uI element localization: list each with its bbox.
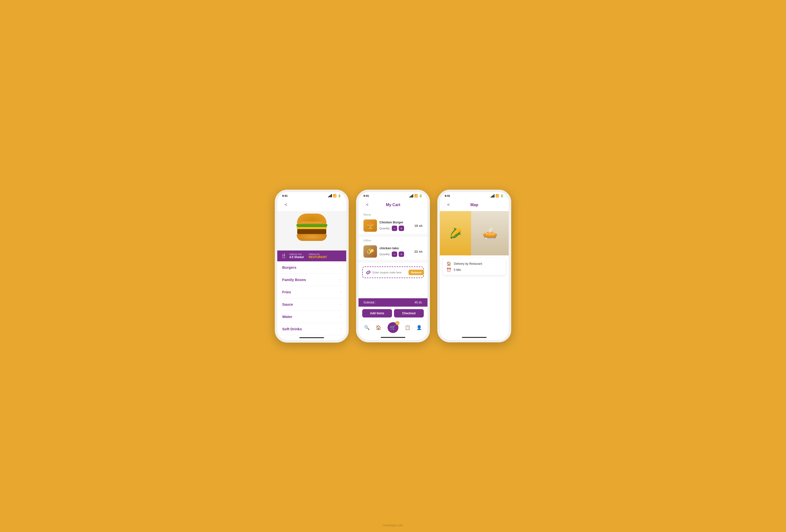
header-bar-2: < My Cart (359, 199, 427, 211)
back-button-3[interactable]: < (443, 200, 454, 210)
signal-icon-3 (491, 194, 494, 198)
chevron-icon: › (340, 265, 341, 269)
cart-badge: 0.0 (395, 321, 399, 325)
menu-item-label: Sauce (282, 302, 293, 306)
battery-icon-3: 🔋 (500, 194, 504, 198)
search-icon: 🔍 (364, 325, 370, 330)
menu-item-sauce[interactable]: Sauce › (277, 298, 346, 310)
nav-profile[interactable]: 👤 (416, 325, 422, 330)
header-bar-1: < (277, 199, 346, 211)
profile-icon: 👤 (416, 325, 422, 330)
menu-item-label: Soft Drinks (282, 327, 302, 331)
coupon-input[interactable] (373, 271, 407, 274)
time-2: 9:41 (364, 194, 369, 197)
food-right: 🥧 (471, 211, 509, 255)
delivery-bar: 🍴 Delivery Fee 4.5 Shekel Delivery by RE… (277, 251, 346, 261)
time-row: ⏰ 5 Min (446, 268, 502, 272)
cart-restaurant-label-1: Mazaj (359, 211, 427, 217)
battery-icon-2: 🔋 (419, 194, 422, 198)
delivery-fee-label: Delivery Fee (289, 253, 304, 255)
qty-decrease-1[interactable]: − (392, 226, 397, 231)
nav-cart-circle: 🛒 0.0 (388, 322, 398, 333)
menu-item-label: Burgers (282, 265, 297, 270)
delivery-info-card: 🏠 Delivery by Resturant ⏰ 5 Min (443, 258, 506, 275)
food-left: 🌽 (440, 211, 471, 255)
burger-image (293, 213, 330, 248)
cart-item-name-2: chicken tako (379, 246, 412, 250)
back-button-1[interactable]: < (281, 200, 291, 210)
cart-item-info-1: Chicken Burger Quantity: − + (379, 221, 412, 231)
home-icon: 🏠 (376, 325, 381, 330)
status-bar-2: 9:41 📶 🔋 (359, 192, 427, 199)
map-hero-food: 🌽 🥧 (440, 211, 509, 255)
chevron-icon: › (340, 302, 341, 306)
wifi-icon-3: 📶 (495, 194, 499, 198)
qty-increase-1[interactable]: + (399, 226, 404, 231)
section-divider-2 (359, 260, 427, 263)
food-image-area: 🌽 🥧 (440, 211, 509, 255)
add-items-button[interactable]: Add items (362, 309, 392, 318)
delivery-fee-value: 4.5 Shekel (289, 255, 304, 259)
subtotal-label: Subtotal : (364, 301, 376, 304)
qty-increase-2[interactable]: + (399, 252, 404, 257)
clock-icon: ⏰ (446, 268, 452, 272)
delivery-by-label: Delivery by (309, 253, 327, 255)
signal-icon (328, 194, 332, 197)
cart-section-mazaj: Mazaj 🍔 Chicken Burger Quantity: − + (359, 211, 427, 234)
checkout-button[interactable]: Checkout (394, 309, 424, 318)
time-3: 9:41 (445, 194, 450, 197)
cart-item-2: 🌮 chicken tako Quantity: − + 22 sh (359, 243, 427, 260)
nav-cart[interactable]: 🛒 0.0 (388, 322, 398, 333)
cart-restaurant-label-2: chilloo (359, 237, 427, 243)
bottom-nav: 🔍 🏠 🛒 0.0 📋 👤 (359, 320, 427, 335)
watermark: mostaqel.com (383, 524, 403, 527)
time-1: 9:41 (282, 194, 287, 197)
cart-scroll-area: Mazaj 🍔 Chicken Burger Quantity: − + (359, 211, 427, 298)
status-bar-3: 9:41 📶 🔋 (440, 192, 509, 199)
taco-thumb: 🌮 (364, 245, 377, 258)
cart-icon: 🛒 (390, 325, 396, 330)
cart-title: My Cart (372, 203, 414, 207)
nav-home[interactable]: 🏠 (376, 325, 381, 330)
orders-icon: 📋 (405, 325, 410, 330)
nav-search[interactable]: 🔍 (364, 325, 370, 330)
menu-item-label: Water (282, 315, 292, 319)
menu-item-label: Fries (282, 290, 291, 294)
burger-thumb: 🍔 (364, 219, 377, 232)
quantity-row-2: Quantity: − + (379, 252, 412, 257)
map-title: Map (454, 203, 495, 207)
menu-item-burgers[interactable]: Burgers › (277, 261, 346, 274)
qty-label-2: Quantity: (379, 253, 390, 256)
chevron-icon: › (340, 327, 341, 331)
home-indicator-1 (277, 335, 346, 340)
menu-list: Burgers › Family Boxes › Fries › Sauce ›… (277, 261, 346, 335)
cart-section-chilloo: chilloo 🌮 chicken tako Quantity: − + (359, 237, 427, 260)
cart-item-price-2: 22 sh (414, 250, 422, 253)
nav-orders[interactable]: 📋 (405, 325, 410, 330)
header-bar-3: < Map (440, 199, 509, 211)
delivery-by-row: 🏠 Delivery by Resturant (446, 261, 502, 266)
back-button-2[interactable]: < (362, 200, 372, 210)
qty-decrease-2[interactable]: − (392, 252, 397, 257)
battery-icon: 🔋 (338, 194, 341, 198)
subtotal-value: 40 sh. (414, 301, 422, 304)
menu-item-soft-drinks[interactable]: Soft Drinks › (277, 323, 346, 335)
cart-item-1: 🍔 Chicken Burger Quantity: − + 18 sh (359, 217, 427, 234)
wifi-icon: 📶 (333, 194, 337, 198)
quantity-row-1: Quantity: − + (379, 226, 412, 231)
chevron-icon: › (340, 315, 341, 319)
menu-item-label: Family Boxes (282, 278, 306, 282)
house-icon: 🏠 (446, 261, 452, 266)
home-indicator-2 (359, 335, 427, 340)
redeem-button[interactable]: Redeem (409, 270, 424, 275)
cart-item-info-2: chicken tako Quantity: − + (379, 246, 412, 257)
menu-item-family-boxes[interactable]: Family Boxes › (277, 274, 346, 286)
burger-hero (277, 211, 346, 251)
menu-item-fries[interactable]: Fries › (277, 286, 346, 298)
cart-actions: Add items Checkout (359, 307, 427, 320)
coupon-icon: 🎟 (365, 269, 372, 276)
menu-item-water[interactable]: Water › (277, 310, 346, 323)
status-icons-1: 📶 🔋 (328, 194, 341, 198)
delivery-by-text: Delivery by Resturant (454, 262, 482, 265)
map-area: CUPERTINO 🍽 5 min 85 (443, 278, 506, 332)
